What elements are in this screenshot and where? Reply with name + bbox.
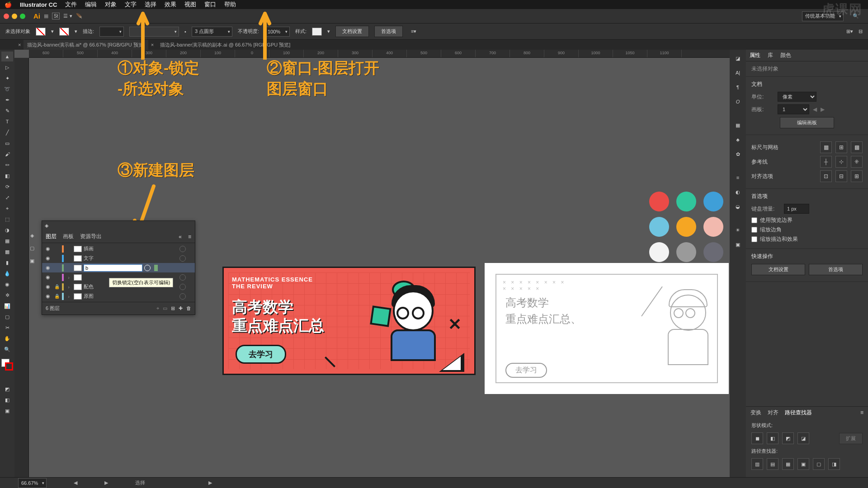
chk-scale-corners[interactable]: [751, 227, 757, 233]
palette-dot[interactable]: [676, 242, 696, 262]
delete-layer-icon[interactable]: 🗑: [186, 305, 191, 311]
artboards-icon[interactable]: ▢: [26, 243, 38, 253]
artboard-tool-icon[interactable]: ▢: [1, 312, 13, 322]
visibility-toggle-icon[interactable]: ◉: [44, 293, 52, 299]
fill-mode-icon[interactable]: ◩: [1, 384, 13, 394]
panel-group-icon[interactable]: ⊞▾: [846, 28, 853, 34]
style-swatch[interactable]: [312, 28, 322, 36]
properties-icon[interactable]: ◪: [732, 53, 744, 63]
prev-artboard-icon[interactable]: ◀: [813, 106, 817, 113]
exclude-icon[interactable]: ◪: [797, 432, 809, 444]
panel-toggle-icon[interactable]: ⊟: [859, 28, 863, 34]
visibility-toggle-icon[interactable]: ◉: [44, 284, 52, 290]
menu-select[interactable]: 选择: [145, 0, 156, 9]
layer-row[interactable]: ◉ 🔒 › 原图: [42, 291, 195, 301]
expand-button[interactable]: 扩展: [839, 433, 863, 444]
curvature-tool-icon[interactable]: ✎: [1, 106, 13, 116]
intersect-icon[interactable]: ◩: [782, 432, 794, 444]
tab-layers[interactable]: 图层: [46, 233, 57, 240]
menu-view[interactable]: 视图: [184, 0, 196, 9]
fill-swatch[interactable]: [36, 28, 46, 36]
transparency-grid-icon[interactable]: ▩: [851, 141, 863, 153]
eraser-tool-icon[interactable]: ◧: [1, 171, 13, 181]
tab-libraries[interactable]: 库: [768, 52, 773, 59]
prefs-button[interactable]: 首选项: [374, 26, 403, 37]
status-play-icon[interactable]: ▶: [208, 480, 212, 486]
menu-edit[interactable]: 编辑: [85, 0, 97, 9]
make-sublayer-icon[interactable]: ⊞: [171, 305, 175, 311]
palette-dot[interactable]: [703, 242, 723, 262]
tab-artboards[interactable]: 画板: [63, 233, 74, 240]
char-panel-icon[interactable]: A|: [732, 68, 744, 78]
perspective-tool-icon[interactable]: ▦: [1, 236, 13, 246]
palette-dot[interactable]: [703, 217, 723, 237]
menu-file[interactable]: 文件: [65, 0, 77, 9]
eyedropper-tool-icon[interactable]: 💧: [1, 268, 13, 278]
menu-window[interactable]: 窗口: [204, 0, 216, 9]
brushes-panel-icon[interactable]: ♣: [732, 135, 744, 145]
layers-panel-icon[interactable]: ◈: [45, 223, 48, 229]
hand-tool-icon[interactable]: ✋: [1, 333, 13, 343]
lock-toggle-icon[interactable]: 🔒: [54, 284, 60, 289]
target-icon[interactable]: [144, 265, 151, 271]
rotate-tool-icon[interactable]: ⟳: [1, 182, 13, 192]
tab-transform[interactable]: 变换: [750, 409, 761, 417]
blend-tool-icon[interactable]: ◉: [1, 279, 13, 289]
divide-icon[interactable]: ▥: [751, 458, 763, 470]
paintbrush-tool-icon[interactable]: 🖌: [1, 149, 13, 159]
zoom-select[interactable]: 66.67%: [18, 478, 47, 488]
expand-icon[interactable]: ›: [66, 294, 72, 299]
stroke-panel-icon[interactable]: ≡: [732, 173, 744, 183]
mesh-tool-icon[interactable]: ▩: [1, 247, 13, 257]
window-controls[interactable]: [4, 14, 25, 19]
artboard-banner[interactable]: MATHEMATICS ESSENCE THE REVIEW 高考数学 重点难点…: [222, 267, 476, 375]
trim-icon[interactable]: ▤: [767, 458, 778, 470]
nav-prev-icon[interactable]: ◀: [74, 480, 77, 486]
layer-row[interactable]: ◉ 插画: [42, 244, 195, 253]
appearance-panel-icon[interactable]: ☀: [732, 225, 744, 235]
width-tool-icon[interactable]: ⌖: [1, 203, 13, 213]
shape-builder-tool-icon[interactable]: ◑: [1, 225, 13, 235]
snap-point-icon[interactable]: ⊟: [835, 170, 847, 182]
palette-dot[interactable]: [649, 217, 669, 237]
layer-rename-input[interactable]: [84, 264, 142, 272]
tab-align[interactable]: 对齐: [768, 409, 778, 417]
outline-icon[interactable]: ▢: [813, 458, 825, 470]
tab-asset-export[interactable]: 资源导出: [80, 233, 102, 240]
slice-tool-icon[interactable]: ✂: [1, 323, 13, 333]
tab-color[interactable]: 颜色: [780, 52, 791, 59]
locate-layer-icon[interactable]: ⌖: [156, 305, 159, 311]
align-icon[interactable]: ≡▾: [411, 28, 416, 34]
tab-pathfinder[interactable]: 路径查找器: [785, 409, 812, 417]
stock-icon[interactable]: St: [52, 13, 60, 19]
unit-select[interactable]: 像素: [778, 92, 816, 102]
target-icon[interactable]: [179, 246, 186, 252]
transparency-panel-icon[interactable]: ◒: [732, 202, 744, 211]
tab-properties[interactable]: 属性: [750, 52, 760, 59]
kbd-inc-input[interactable]: [784, 204, 809, 214]
layers-icon[interactable]: ◈: [26, 230, 38, 240]
palette-dot[interactable]: [649, 242, 669, 262]
shaper-tool-icon[interactable]: ✏: [1, 160, 13, 170]
artboard-select[interactable]: 1: [778, 104, 809, 114]
tab-close-icon[interactable]: ×: [18, 42, 21, 47]
draw-mode-icon[interactable]: ◧: [1, 395, 13, 405]
layer-row[interactable]: ◉: [42, 263, 195, 272]
color-well[interactable]: [1, 359, 13, 371]
visibility-toggle-icon[interactable]: ◉: [44, 255, 52, 261]
swatches-panel-icon[interactable]: ▦: [732, 120, 744, 130]
doc-tab-1[interactable]: 描边风-banner演示稿.ai* @ 66.67% [RGB/GPU 预览]: [24, 40, 148, 50]
merge-icon[interactable]: ▦: [782, 458, 794, 470]
chk-scale-strokes[interactable]: [751, 236, 757, 242]
new-layer-icon[interactable]: ✚: [179, 305, 183, 311]
snap-grid-icon[interactable]: ⊞: [851, 170, 863, 182]
quick-prefs-button[interactable]: 首选项: [809, 264, 863, 275]
artboard-sketch[interactable]: × × × × × × × ×× × × × × 高考数学 重点难点汇总、 去学…: [485, 263, 729, 394]
glyphs-panel-icon[interactable]: O: [732, 97, 744, 107]
nav-next-icon[interactable]: ▶: [104, 480, 108, 486]
line-tool-icon[interactable]: ╱: [1, 127, 13, 137]
target-icon[interactable]: [179, 255, 186, 262]
minus-front-icon[interactable]: ◧: [767, 432, 778, 444]
apple-icon[interactable]: 🍎: [5, 1, 12, 8]
graphic-styles-panel-icon[interactable]: ▣: [732, 239, 744, 249]
